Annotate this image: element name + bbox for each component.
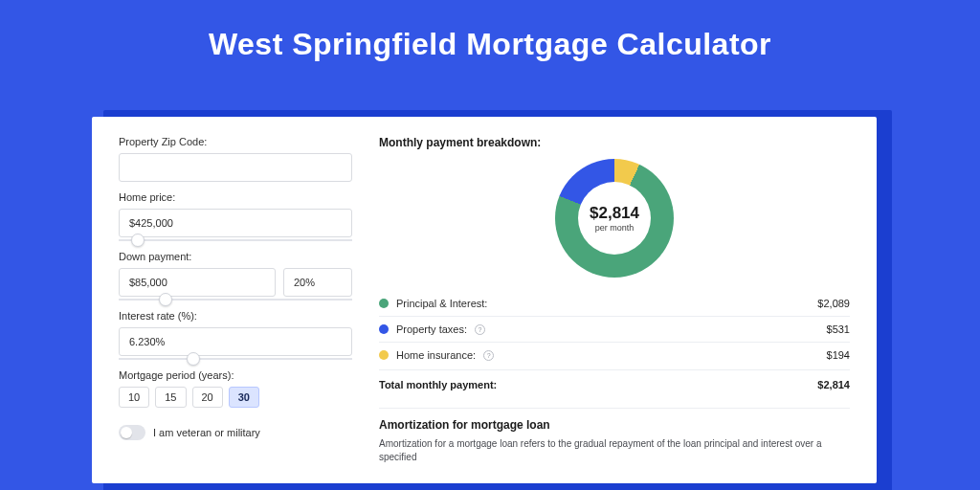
price-slider[interactable] (119, 239, 352, 241)
dot-blue-icon (379, 324, 389, 334)
price-input[interactable] (119, 209, 352, 237)
total-value: $2,814 (817, 379, 850, 390)
zip-label: Property Zip Code: (119, 136, 352, 147)
rate-slider[interactable] (119, 358, 352, 360)
rate-block: Interest rate (%): (119, 310, 352, 360)
veteran-toggle[interactable] (119, 425, 145, 440)
form-column: Property Zip Code: Home price: Down paym… (119, 136, 352, 464)
breakdown-column: Monthly payment breakdown: $2,814 per mo… (379, 136, 850, 464)
price-slider-thumb[interactable] (131, 234, 145, 247)
veteran-row: I am veteran or military (119, 425, 352, 440)
payment-donut: $2,814 per month (555, 159, 674, 278)
period-label: Mortgage period (years): (119, 369, 352, 381)
donut-wrap: $2,814 per month (379, 159, 850, 278)
period-10[interactable]: 10 (119, 387, 149, 408)
legend-principal-value: $2,089 (817, 298, 850, 309)
total-label: Total monthly payment: (379, 379, 497, 390)
down-block: Down payment: (119, 251, 352, 301)
price-block: Home price: (119, 191, 352, 241)
down-amount-input[interactable] (119, 268, 276, 297)
zip-block: Property Zip Code: (119, 136, 352, 182)
down-slider-thumb[interactable] (159, 293, 172, 306)
veteran-label: I am veteran or military (153, 427, 260, 438)
legend-principal: Principal & Interest: $2,089 (379, 291, 850, 316)
rate-slider-thumb[interactable] (187, 352, 200, 366)
total-row: Total monthly payment: $2,814 (379, 369, 850, 396)
down-pct-input[interactable] (283, 268, 352, 297)
amortization-body: Amortization for a mortgage loan refers … (379, 437, 850, 464)
dot-yellow-icon (379, 350, 389, 360)
donut-center: $2,814 per month (590, 204, 639, 233)
period-20[interactable]: 20 (192, 387, 223, 408)
down-slider[interactable] (119, 299, 352, 301)
dot-green-icon (379, 299, 389, 308)
rate-label: Interest rate (%): (119, 310, 352, 322)
page-title: West Springfield Mortgage Calculator (0, 0, 980, 83)
donut-amount: $2,814 (590, 204, 639, 223)
rate-input[interactable] (119, 327, 352, 356)
info-icon[interactable]: ? (475, 324, 485, 335)
down-label: Down payment: (119, 251, 352, 262)
period-30[interactable]: 30 (229, 387, 259, 408)
calculator-card: Property Zip Code: Home price: Down paym… (92, 117, 877, 483)
legend-taxes-value: $531 (827, 323, 850, 335)
price-label: Home price: (119, 191, 352, 203)
period-15[interactable]: 15 (155, 387, 186, 408)
zip-input[interactable] (119, 153, 352, 182)
donut-sub: per month (590, 223, 639, 233)
breakdown-title: Monthly payment breakdown: (379, 136, 850, 149)
legend-principal-label: Principal & Interest: (396, 298, 487, 309)
amortization-title: Amortization for mortgage loan (379, 418, 850, 432)
period-block: Mortgage period (years): 10 15 20 30 (119, 369, 352, 408)
period-options: 10 15 20 30 (119, 387, 352, 408)
info-icon[interactable]: ? (483, 350, 494, 361)
legend-taxes: Property taxes: ? $531 (379, 317, 850, 342)
section-separator (379, 408, 850, 409)
legend-taxes-label: Property taxes: (396, 323, 467, 335)
legend-insurance-label: Home insurance: (396, 349, 476, 361)
legend-insurance: Home insurance: ? $194 (379, 343, 850, 368)
legend-insurance-value: $194 (827, 349, 850, 361)
